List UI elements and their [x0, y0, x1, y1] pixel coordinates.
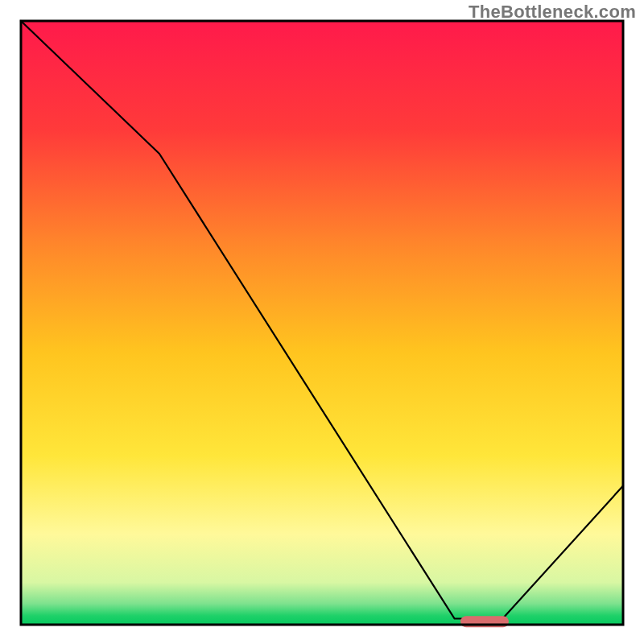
- chart-container: TheBottleneck.com: [0, 0, 644, 644]
- bottleneck-chart: [0, 0, 644, 644]
- watermark-text: TheBottleneck.com: [469, 2, 636, 23]
- plot-area: [21, 21, 623, 627]
- gradient-background: [21, 21, 623, 625]
